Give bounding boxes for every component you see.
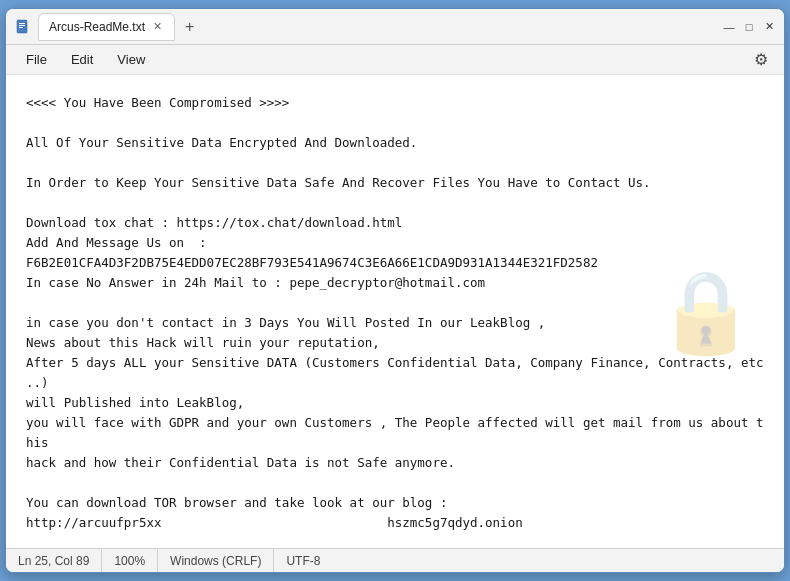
text-editor-content[interactable]: 🔒 <<<< You Have Been Compromised >>>> Al… (6, 75, 784, 548)
svg-rect-3 (19, 27, 23, 28)
tab-close-button[interactable]: ✕ (151, 20, 164, 33)
app-icon (14, 18, 32, 36)
tab-label: Arcus-ReadMe.txt (49, 20, 145, 34)
settings-icon[interactable]: ⚙ (748, 48, 774, 71)
zoom-level: 100% (102, 549, 158, 572)
file-text: <<<< You Have Been Compromised >>>> All … (26, 93, 764, 548)
main-window: Arcus-ReadMe.txt ✕ + — □ ✕ File Edit Vie… (5, 8, 785, 573)
cursor-position: Ln 25, Col 89 (18, 549, 102, 572)
new-tab-button[interactable]: + (181, 19, 198, 35)
svg-rect-0 (17, 20, 27, 33)
menu-bar: File Edit View ⚙ (6, 45, 784, 75)
line-ending: Windows (CRLF) (158, 549, 274, 572)
close-button[interactable]: ✕ (762, 20, 776, 34)
file-tab[interactable]: Arcus-ReadMe.txt ✕ (38, 13, 175, 41)
maximize-button[interactable]: □ (742, 20, 756, 34)
encoding: UTF-8 (274, 549, 332, 572)
svg-rect-1 (19, 23, 25, 24)
file-menu[interactable]: File (16, 48, 57, 71)
view-menu[interactable]: View (107, 48, 155, 71)
edit-menu[interactable]: Edit (61, 48, 103, 71)
minimize-button[interactable]: — (722, 20, 736, 34)
title-bar: Arcus-ReadMe.txt ✕ + — □ ✕ (6, 9, 784, 45)
status-bar: Ln 25, Col 89 100% Windows (CRLF) UTF-8 (6, 548, 784, 572)
window-controls: — □ ✕ (722, 20, 776, 34)
svg-rect-2 (19, 25, 25, 26)
